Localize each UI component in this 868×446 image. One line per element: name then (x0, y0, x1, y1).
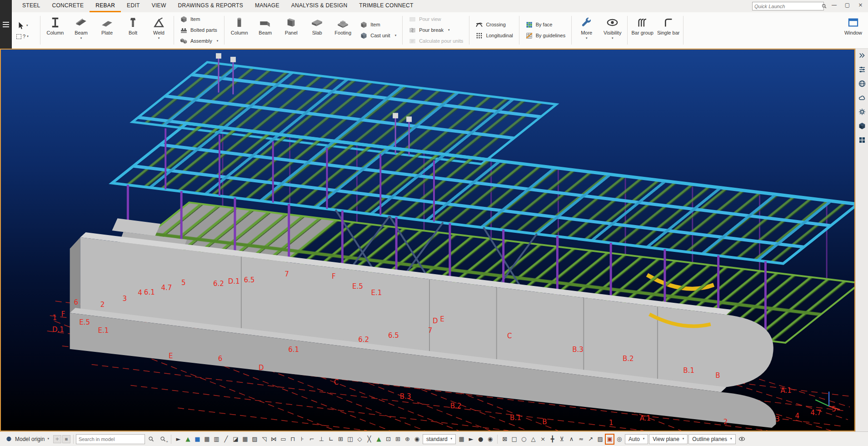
select-grid-button[interactable]: ▦ (202, 434, 212, 445)
snap-midpoint-button[interactable]: ◫ (345, 434, 355, 445)
search-model-button[interactable] (146, 434, 157, 445)
steel-item-button[interactable]: Item ▾ (178, 14, 220, 25)
snap-tri-button[interactable]: △ (529, 434, 538, 445)
view-plane-dropdown[interactable]: View plane▾ (649, 434, 688, 444)
snap-perpendicular-button[interactable]: ⊥ (317, 434, 326, 445)
plus-button[interactable]: + (53, 435, 61, 443)
cube-icon-button[interactable] (858, 121, 867, 130)
snap-cross-button[interactable]: ╳ (364, 434, 374, 445)
tab-manage[interactable]: MANAGE (249, 0, 285, 12)
globe-icon-button[interactable] (858, 79, 867, 88)
longitudinal-button[interactable]: Longitudinal ▾ (474, 30, 514, 41)
snap-center-button[interactable]: ⊡ (384, 434, 393, 445)
concrete-slab-button[interactable]: Slab ▾ (304, 13, 330, 47)
target-toggle-button[interactable]: ◉ (485, 434, 495, 445)
snap-origin-button[interactable]: ⊕ (403, 434, 412, 445)
search-in-model-input[interactable] (79, 436, 142, 442)
single-bar-button[interactable]: Single bar ▾ (655, 13, 681, 47)
select-area-button[interactable]: ■ (193, 434, 202, 445)
zoom-search-button[interactable]: + (158, 434, 169, 445)
side-pane-expand-button[interactable] (858, 51, 867, 60)
close-button[interactable]: × (854, 0, 867, 10)
snap-intersection-button[interactable]: ⋈ (269, 434, 279, 445)
model-3d-viewport[interactable]: 1F6D.1E.52E.1346.14.756.2D.16.57FE.5E.1E… (0, 49, 855, 431)
cloud-icon-button[interactable] (858, 93, 867, 102)
cast-unit-button[interactable]: Cast unit ▾ (358, 30, 398, 41)
calculate-pour-units-button[interactable]: Calculate pour units ▾ (407, 36, 465, 46)
quick-launch-box[interactable] (752, 2, 824, 10)
tab-trimble-connect[interactable]: TRIMBLE CONNECT (353, 0, 419, 12)
tab-view[interactable]: VIEW (146, 0, 172, 12)
apps-grid-icon-button[interactable] (858, 135, 867, 145)
snap-active-button[interactable]: ▣ (605, 434, 614, 445)
snap-ring-button[interactable]: ◎ (614, 434, 624, 445)
snap-end-button[interactable]: ⊦ (298, 434, 307, 445)
concrete-panel-button[interactable]: Panel ▾ (278, 13, 304, 47)
visibility-button[interactable]: Visibility ▾ (599, 13, 625, 47)
snap-arrow-button[interactable]: ↗ (586, 434, 595, 445)
snap-reference-button[interactable]: ⊞ (393, 434, 403, 445)
select-cursor-button[interactable]: ► (174, 434, 183, 445)
steel-bolt-button[interactable]: Bolt ▾ (120, 13, 146, 47)
box-button[interactable]: ▪ (62, 435, 70, 443)
search-in-model-box[interactable] (76, 434, 145, 444)
quick-launch-input[interactable] (754, 4, 819, 9)
concrete-beam-button[interactable]: Beam ▾ (252, 13, 278, 47)
snap-hatch-button[interactable]: ▨ (595, 434, 605, 445)
steel-weld-button[interactable]: Weld ▾ (146, 13, 172, 47)
concrete-footing-button[interactable]: Footing ▾ (330, 13, 356, 47)
select-component-button[interactable]: ▦ (240, 434, 250, 445)
outline-planes-dropdown[interactable]: Outline planes▾ (688, 434, 735, 444)
snap-right-angle-button[interactable]: ∟ (326, 434, 336, 445)
auto-dropdown[interactable]: Auto▾ (625, 434, 648, 444)
window-button[interactable]: Window ▾ (840, 13, 866, 47)
model-origin-button[interactable]: Model origin ▾ (3, 434, 52, 445)
assembly-button[interactable]: Assembly ▾ (178, 36, 220, 46)
point-toggle-button[interactable]: ● (476, 434, 485, 445)
snap-box-button[interactable]: ▭ (279, 434, 288, 445)
more-button[interactable]: More ▾ (574, 13, 599, 47)
snap-wave-button[interactable]: ≈ (576, 434, 586, 445)
pour-view-button[interactable]: Pour view ▾ (407, 14, 465, 25)
tab-steel[interactable]: STEEL (16, 0, 46, 12)
select-edge-button[interactable]: ╱ (221, 434, 231, 445)
snap-bracket-button[interactable]: ⊓ (288, 434, 298, 445)
by-guidelines-button[interactable]: By guidelines ▾ (524, 30, 567, 41)
steel-beam-button[interactable]: Beam ▾ (68, 13, 94, 47)
crossing-button[interactable]: Crossing ▾ (474, 20, 514, 30)
standard-dropdown[interactable]: standard▾ (423, 434, 456, 444)
concrete-column-button[interactable]: Column ▾ (226, 13, 252, 47)
snap-free-button[interactable]: ⊠ (500, 434, 509, 445)
tab-rebar[interactable]: REBAR (90, 0, 121, 12)
snap-point-button[interactable]: ◇ (355, 434, 364, 445)
cursor-toggle-button[interactable]: ► (466, 434, 476, 445)
select-hatch-button[interactable]: ▨ (250, 434, 259, 445)
bolted-parts-button[interactable]: Bolted parts ▾ (178, 25, 220, 35)
snap-caret-button[interactable]: ∧ (567, 434, 576, 445)
concrete-item-button[interactable]: Item ▾ (358, 20, 398, 30)
by-face-button[interactable]: By face ▾ (524, 20, 567, 30)
steel-plate-button[interactable]: Plate ▾ (94, 13, 120, 47)
hamburger-menu-icon[interactable] (3, 22, 9, 27)
snap-x-button[interactable]: × (538, 434, 548, 445)
tab-analysis-design[interactable]: ANALYSIS & DESIGN (285, 0, 354, 12)
snap-corner-button[interactable]: ◹ (259, 434, 269, 445)
snap-grid-button[interactable]: ⊞ (336, 434, 345, 445)
snap-circle-button[interactable]: ◉ (412, 434, 422, 445)
steel-column-button[interactable]: Column ▾ (42, 13, 68, 47)
select-tool-button[interactable]: ▾ (16, 21, 38, 30)
bar-group-button[interactable]: Bar group ▾ (629, 13, 655, 47)
tab-concrete[interactable]: CONCRETE (46, 0, 90, 12)
visibility-eye-button[interactable] (737, 434, 748, 445)
snap-rect-button[interactable]: □ (509, 434, 519, 445)
grid-toggle-button[interactable]: ▦ (457, 434, 466, 445)
minimize-button[interactable]: — (828, 0, 841, 10)
maximize-button[interactable]: ▢ (841, 0, 854, 10)
snap-angle-button[interactable]: ⌐ (307, 434, 317, 445)
select-filter-button[interactable]: ▲ (183, 434, 193, 445)
tab-drawings-reports[interactable]: DRAWINGS & REPORTS (172, 0, 249, 12)
gear-icon-button[interactable] (858, 107, 867, 116)
snap-triangle-button[interactable]: ▲ (374, 434, 384, 445)
snap-plus-button[interactable]: ╋ (548, 434, 557, 445)
inquire-tool-button[interactable]: ? ▾ (16, 34, 38, 39)
